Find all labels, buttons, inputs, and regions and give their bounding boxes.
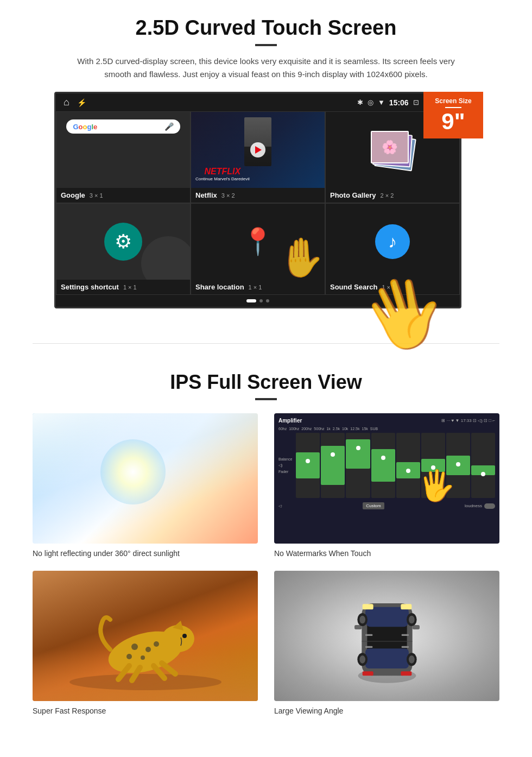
- google-app-size: 3 × 1: [90, 192, 103, 199]
- google-search-bar[interactable]: Google 🎤: [66, 119, 180, 134]
- loudness-label: loudness: [465, 503, 482, 508]
- play-icon: [255, 146, 262, 154]
- settings-bg-circle: [141, 236, 190, 280]
- home-icon[interactable]: ⌂: [64, 97, 69, 108]
- location-icon: ◎: [368, 98, 373, 106]
- section1-title: 2.5D Curved Touch Screen: [33, 16, 499, 40]
- settings-app-size: 1 × 1: [123, 284, 137, 291]
- amplifier-label: No Watermarks When Touch: [274, 549, 499, 558]
- sunlight-image: [33, 413, 258, 544]
- section1-description: With 2.5D curved-display screen, this de…: [76, 55, 456, 81]
- svg-point-37: [409, 655, 415, 664]
- settings-bg: ⚙: [56, 204, 190, 280]
- google-mic-icon[interactable]: 🎤: [164, 122, 174, 131]
- hand-icon: 🤚: [277, 235, 325, 280]
- amp-header: Amplifier ⊞ ··· ♥ ▼ 17:33 ⊡ ◁) ⊡ □ ⌐: [278, 418, 495, 424]
- badge-label: Screen Size: [428, 97, 479, 105]
- car-label: Large Viewing Angle: [274, 706, 499, 715]
- amp-loudness: loudness: [465, 503, 495, 509]
- section2-title: IPS Full Screen View: [33, 371, 499, 394]
- svg-point-34: [359, 616, 365, 624]
- photo-card-3: 🌸: [371, 131, 409, 163]
- eq-bar-2: [321, 433, 345, 498]
- svg-rect-22: [401, 671, 411, 676]
- svg-point-35: [409, 616, 415, 624]
- settings-app-name: Settings shortcut: [61, 283, 119, 291]
- title-divider: [255, 44, 277, 46]
- section-curved-screen: 2.5D Curved Touch Screen With 2.5D curve…: [0, 0, 532, 321]
- amp-freq-labels: 60hz100hz200hz500hz1k2.5k10k12.5k15kSUB: [278, 427, 495, 431]
- badge-size: 9": [441, 109, 465, 134]
- eq-bars: 🖐: [296, 433, 495, 498]
- dot-1[interactable]: [246, 299, 256, 302]
- amp-custom-btn[interactable]: Custom: [363, 502, 384, 509]
- screen-size-badge: Screen Size 9": [423, 92, 483, 138]
- location-app-size: 1 × 1: [249, 284, 262, 291]
- app-grid-row1: Google 🎤 Google 3 × 1: [56, 111, 460, 203]
- google-app-name: Google: [61, 191, 85, 199]
- svg-rect-19: [362, 604, 373, 609]
- dot-3[interactable]: [266, 299, 269, 302]
- settings-label-row: Settings shortcut 1 × 1: [56, 280, 190, 294]
- eq-bar-8: [471, 433, 495, 498]
- status-time: 15:06: [389, 98, 409, 107]
- device-wrapper: Screen Size 9" ⌂ ⚡ ✱ ◎ ▼ 15:06 ⊡ ◁) ⊠: [54, 92, 478, 308]
- netflix-bg: NETFLIX Continue Marvel's Daredevil: [191, 112, 325, 188]
- eq-bar-4: [371, 433, 395, 498]
- camera-icon: ⊡: [413, 98, 419, 106]
- status-left: ⌂ ⚡: [64, 97, 86, 108]
- maps-icon: 📍: [242, 226, 274, 257]
- svg-rect-17: [365, 607, 409, 627]
- eq-bar-1: [296, 433, 320, 498]
- eq-bar-3: [346, 433, 370, 498]
- music-note-circle: ♪: [375, 224, 410, 259]
- app-cell-netflix[interactable]: NETFLIX Continue Marvel's Daredevil Netf…: [191, 111, 325, 203]
- netflix-logo: NETFLIX: [195, 167, 250, 176]
- usb-icon: ⚡: [77, 98, 86, 107]
- location-app-name: Share location: [195, 283, 244, 291]
- feature-grid: No light reflecting under 360° direct su…: [33, 413, 499, 715]
- svg-point-12: [182, 634, 187, 638]
- google-logo: Google: [73, 123, 97, 131]
- status-bar: ⌂ ⚡ ✱ ◎ ▼ 15:06 ⊡ ◁) ⊠ ▭: [56, 93, 460, 111]
- app-cell-google[interactable]: Google 🎤 Google 3 × 1: [56, 111, 191, 203]
- car-svg: [333, 571, 441, 701]
- google-label-row: Google 3 × 1: [56, 188, 190, 203]
- netflix-subtitle: Continue Marvel's Daredevil: [195, 176, 250, 181]
- svg-point-5: [141, 655, 145, 660]
- bluetooth-icon: ✱: [357, 98, 363, 106]
- svg-point-7: [126, 654, 132, 659]
- netflix-app-size: 3 × 2: [221, 192, 235, 199]
- svg-point-0: [69, 674, 221, 690]
- amp-title-text: Amplifier: [278, 418, 302, 424]
- amp-back: ◁·: [278, 504, 282, 508]
- badge-divider: [445, 107, 461, 108]
- google-cell-content: Google 🎤: [56, 112, 190, 188]
- sound-bg: ♪: [326, 204, 459, 280]
- app-cell-settings[interactable]: ⚙ Settings shortcut 1 × 1: [56, 203, 191, 295]
- svg-rect-29: [401, 646, 408, 648]
- location-cell-content: 📍 🤚: [191, 204, 325, 280]
- svg-rect-27: [401, 634, 408, 636]
- play-button[interactable]: [250, 142, 265, 157]
- settings-gear: ⚙: [104, 223, 142, 261]
- amp-labels: Balance ◁) Fader: [278, 433, 495, 498]
- svg-rect-20: [401, 604, 411, 609]
- feature-car: Large Viewing Angle: [274, 571, 499, 715]
- sound-cell-content: ♪: [326, 204, 459, 280]
- cheetah-label: Super Fast Response: [33, 706, 258, 715]
- gear-icon: ⚙: [115, 230, 132, 253]
- sunlight-label: No light reflecting under 360° direct su…: [33, 549, 258, 558]
- settings-cell-content: ⚙: [56, 204, 190, 280]
- dot-2[interactable]: [259, 299, 263, 302]
- wifi-icon: ▼: [378, 98, 385, 106]
- section-ips: IPS Full Screen View No light reflecting…: [0, 365, 532, 731]
- feature-amplifier: Amplifier ⊞ ··· ♥ ▼ 17:33 ⊡ ◁) ⊡ □ ⌐ 60h…: [274, 413, 499, 558]
- feature-cheetah: Super Fast Response: [33, 571, 258, 715]
- netflix-label-row: Netflix 3 × 2: [191, 188, 325, 203]
- svg-point-36: [359, 655, 365, 664]
- share-bg: 📍 🤚: [191, 204, 325, 280]
- app-cell-location[interactable]: 📍 🤚 Share location 1 × 1: [191, 203, 325, 295]
- svg-point-6: [154, 641, 159, 647]
- loudness-toggle[interactable]: [484, 503, 495, 509]
